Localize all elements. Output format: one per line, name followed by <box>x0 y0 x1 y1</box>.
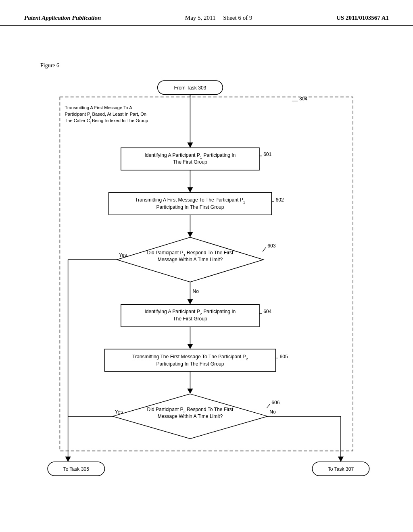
svg-marker-18 <box>187 299 193 304</box>
label-304: 304 <box>299 96 307 102</box>
svg-marker-36 <box>338 457 344 462</box>
svg-rect-23 <box>104 349 275 372</box>
label-603: 603 <box>267 243 275 249</box>
no-606: No <box>269 409 276 415</box>
svg-rect-9 <box>109 193 272 215</box>
label-605: 605 <box>280 354 288 360</box>
svg-line-14 <box>263 247 266 251</box>
label-604: 604 <box>263 309 271 314</box>
to-task305-label: To Task 305 <box>63 466 90 472</box>
page-header: Patent Application Publication May 5, 20… <box>0 0 413 26</box>
diamond606-text-line2: Message Within A Time Limit? <box>158 414 223 419</box>
box604-text-line2: The First Group <box>173 316 207 322</box>
date-sheet: May 5, 2011 Sheet 6 of 9 <box>185 15 252 21</box>
label-601: 601 <box>263 152 271 157</box>
svg-marker-33 <box>65 457 71 462</box>
svg-marker-26 <box>187 389 193 394</box>
box605-text-line2: Participating In The First Group <box>156 361 224 367</box>
to-task307-label: To Task 307 <box>328 466 354 472</box>
yes-606: Yes <box>115 409 123 415</box>
svg-marker-4 <box>187 143 193 148</box>
svg-line-28 <box>267 404 270 408</box>
svg-marker-8 <box>187 187 193 193</box>
figure-label: Figure 6 <box>40 62 59 69</box>
diamond603-text-line2: Message Within A Time Limit? <box>158 257 223 262</box>
yes-603: Yes <box>119 252 127 258</box>
no-603: No <box>192 289 199 294</box>
patent-number: US 2011/0103567 A1 <box>336 15 389 21</box>
dashed-box-text-line3: The Caller Ci Being Indexed In The Group <box>65 118 148 125</box>
label-602: 602 <box>275 197 284 203</box>
dashed-box-text-line1: Transmitting A First Message To A <box>65 105 133 110</box>
box602-text-line2: Participating In The First Group <box>156 204 224 210</box>
dashed-box-text-line2: Participant Pj Based, At Least In Part, … <box>65 112 146 118</box>
publication-label: Patent Application Publication <box>24 15 101 21</box>
svg-marker-22 <box>187 344 193 349</box>
from-task-label: From Task 303 <box>174 85 206 91</box>
flowchart-diagram: From Task 303 304 Transmitting A First M… <box>40 77 389 508</box>
box601-text-line2: The First Group <box>173 159 207 165</box>
svg-marker-12 <box>187 232 193 237</box>
label-606: 606 <box>271 400 280 405</box>
